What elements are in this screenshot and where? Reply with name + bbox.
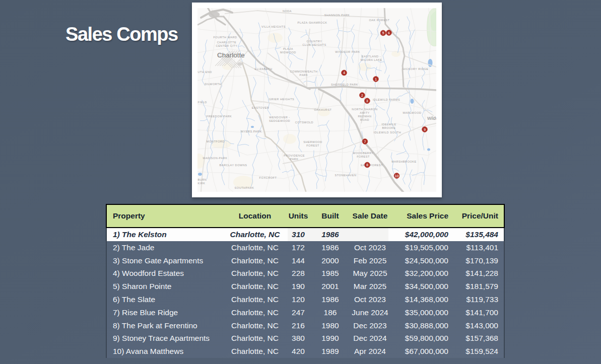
svg-text:HICKORY RIDGE: HICKORY RIDGE xyxy=(403,67,428,70)
svg-text:REDMAN: REDMAN xyxy=(358,115,371,118)
svg-text:BARCLAY DOWNS: BARCLAY DOWNS xyxy=(219,164,247,167)
svg-text:KIRK: KIRK xyxy=(198,182,206,185)
svg-text:OAKHURST: OAKHURST xyxy=(314,108,331,111)
svg-text:UTH END: UTH END xyxy=(198,70,212,74)
svg-text:FOREST: FOREST xyxy=(357,155,370,158)
svg-text:AMITY: AMITY xyxy=(360,111,370,114)
svg-text:PLAZA-SHAMROCK: PLAZA-SHAMROCK xyxy=(298,21,327,24)
svg-text:MARLWOOD: MARLWOOD xyxy=(403,111,421,114)
svg-text:CENTER CITY: CENTER CITY xyxy=(216,44,238,47)
svg-text:OAK FOREST: OAK FOREST xyxy=(369,19,389,22)
svg-text:MARSHBROOKE: MARSHBROOKE xyxy=(391,160,417,163)
svg-text:CLUB HEIGHTS: CLUB HEIGHTS xyxy=(302,43,326,46)
svg-text:FOXCROFT: FOXCROFT xyxy=(259,176,277,179)
svg-text:5: 5 xyxy=(382,31,384,35)
svg-text:IDLEWILD SOUTH: IDLEWILD SOUTH xyxy=(374,131,402,134)
svg-text:CHARLOTTE: CHARLOTTE xyxy=(217,41,236,44)
svg-text:GRIER HEIGHTS: GRIER HEIGHTS xyxy=(269,98,295,101)
svg-text:NODA: NODA xyxy=(283,10,292,13)
svg-text:WOODBERRY: WOODBERRY xyxy=(353,152,374,155)
svg-text:MONTFORD: MONTFORD xyxy=(207,140,225,143)
svg-text:NORTH SHARON: NORTH SHARON xyxy=(352,108,377,111)
svg-text:SHANNON PARK: SHANNON PARK xyxy=(324,14,350,17)
svg-text:COUNTRY: COUNTRY xyxy=(306,40,322,43)
svg-text:SHERWOOD: SHERWOOD xyxy=(303,140,322,143)
svg-text:PARK: PARK xyxy=(290,158,299,161)
svg-text:2: 2 xyxy=(361,93,363,98)
svg-text:PROVIDENCE: PROVIDENCE xyxy=(284,154,305,157)
svg-text:DILWORTH: DILWORTH xyxy=(205,83,221,86)
svg-text:BURN: BURN xyxy=(198,178,207,181)
svg-text:MADISON-PARK: MADISON-PARK xyxy=(203,157,228,160)
svg-text:FOREST: FOREST xyxy=(306,144,319,147)
svg-text:BROOKE: BROOKE xyxy=(382,126,396,129)
svg-text:EASTOVER: EASTOVER xyxy=(252,106,269,109)
svg-text:SEDGEWOOD: SEDGEWOOD xyxy=(269,119,290,122)
svg-text:PARK: PARK xyxy=(300,74,308,77)
svg-text:3: 3 xyxy=(366,99,368,103)
svg-text:EAST FOREST: EAST FOREST xyxy=(361,164,383,167)
svg-text:FREEDOM PARK: FREEDOM PARK xyxy=(207,115,232,118)
svg-text:VILLA HEIGHTS: VILLA HEIGHTS xyxy=(261,25,286,28)
svg-text:6: 6 xyxy=(388,31,390,35)
svg-text:WILORA LAKE: WILORA LAKE xyxy=(360,58,382,61)
svg-text:MYERS PARK: MYERS PARK xyxy=(241,130,261,133)
svg-text:IDLEWILD FARMS: IDLEWILD FARMS xyxy=(373,98,400,101)
svg-text:ELIZABETH: ELIZABETH xyxy=(255,67,273,70)
svg-text:FOURTH WARD: FOURTH WARD xyxy=(213,36,237,39)
svg-text:IDELWILE: IDELWILE xyxy=(381,123,396,126)
svg-text:EASTLAND -: EASTLAND - xyxy=(362,55,381,58)
svg-text:SHEFFIELD PARK: SHEFFIELD PARK xyxy=(331,83,358,86)
svg-text:FIELD: FIELD xyxy=(198,101,207,104)
svg-text:STONEHAVEN: STONEHAVEN xyxy=(335,174,356,177)
svg-text:SOUTHPARK: SOUTHPARK xyxy=(235,186,254,189)
svg-text:WINDSOR PARK: WINDSOR PARK xyxy=(335,50,360,53)
svg-text:1: 1 xyxy=(375,77,377,82)
svg-text:COMMONWEALTH: COMMONWEALTH xyxy=(290,70,318,73)
svg-text:7: 7 xyxy=(364,139,366,144)
svg-text:WENDOVER -: WENDOVER - xyxy=(269,116,290,119)
svg-text:10: 10 xyxy=(394,174,398,178)
svg-text:9: 9 xyxy=(424,127,426,132)
svg-text:COTSWOLD: COTSWOLD xyxy=(295,121,313,124)
svg-text:Charlotte: Charlotte xyxy=(217,51,245,59)
svg-text:MIDWOOD: MIDWOOD xyxy=(280,51,296,54)
svg-text:PLAZA: PLAZA xyxy=(283,47,293,50)
svg-text:8: 8 xyxy=(366,163,368,167)
svg-text:ROAD: ROAD xyxy=(360,118,369,121)
